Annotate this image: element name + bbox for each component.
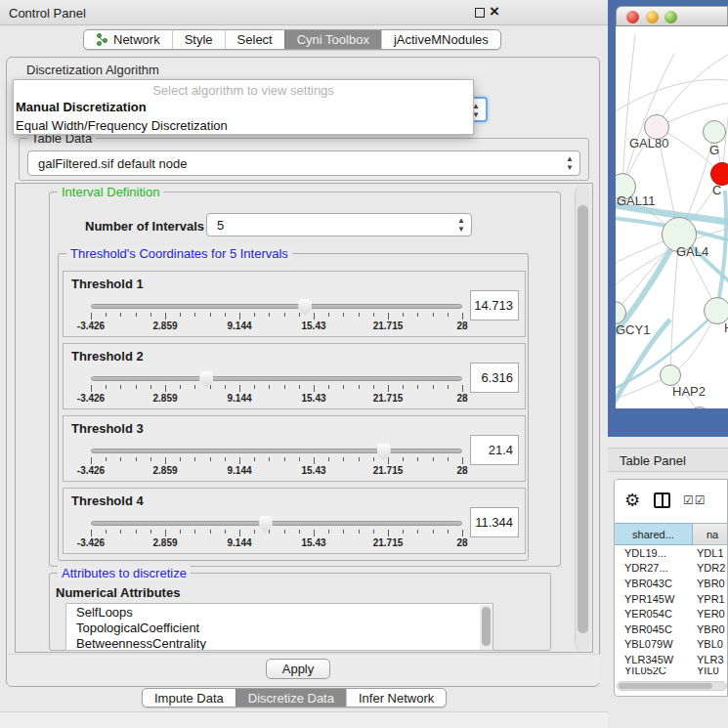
number-of-intervals-value: 5 — [217, 218, 224, 233]
table-row[interactable]: YER054CYER0 — [615, 606, 728, 621]
tab-label: Infer Network — [359, 691, 434, 706]
thresholds-group: Threshold's Coordinates for 5 Intervals … — [58, 253, 529, 561]
tab-cyni-toolbox[interactable]: Cyni Toolbox — [284, 30, 381, 49]
tab-label: Cyni Toolbox — [297, 32, 369, 47]
table-column-header[interactable]: shared... — [615, 523, 693, 545]
slider-ticks — [91, 530, 462, 536]
numerical-attributes-list[interactable]: SelfLoopsTopologicalCoefficientBetweenne… — [65, 603, 493, 651]
table-row[interactable]: YBL079WYBL0 — [615, 637, 728, 653]
panel-title: Control Panel — [9, 6, 86, 21]
table-cell: YBR043C — [615, 576, 693, 591]
table-cell: YDR2 — [693, 561, 728, 577]
table-cell: YER054C — [615, 606, 693, 621]
select-columns-icon[interactable]: ☑☑ — [683, 493, 707, 507]
tab-network[interactable]: Network — [84, 30, 172, 49]
attribute-list-item[interactable]: TopologicalCoefficient — [66, 620, 492, 635]
network-icon — [96, 33, 108, 46]
table-cell: YLR345W — [615, 652, 693, 667]
numerical-attributes-label: Numerical Attributes — [56, 585, 180, 600]
table-cell: YPR145W — [615, 591, 693, 607]
threshold-box: Threshold 1-3.4262.8599.14415.4321.71528… — [63, 271, 526, 337]
table-cell: YDR27... — [615, 561, 693, 577]
tab-impute-data[interactable]: Impute Data — [143, 689, 236, 707]
tab-infer-network[interactable]: Infer Network — [346, 689, 446, 707]
node-label: GCY1 — [616, 322, 650, 337]
thresholds-group-title: Threshold's Coordinates for 5 Intervals — [66, 246, 292, 261]
tab-jactivemnodules[interactable]: jActiveMNodules — [381, 30, 500, 49]
number-of-intervals-combobox[interactable]: 5 ▲▼ — [206, 213, 472, 236]
tab-label: Network — [113, 32, 160, 47]
settings-scrollbar[interactable] — [575, 186, 589, 651]
threshold-slider[interactable] — [91, 304, 462, 309]
tab-label: Discretize Data — [248, 691, 334, 706]
algorithm-option[interactable]: Manual Discretization — [14, 98, 473, 116]
table-row[interactable]: YBR045CYBR0 — [615, 621, 728, 637]
threshold-slider[interactable] — [91, 449, 462, 453]
table-row[interactable]: YLR345WYLR3 — [615, 652, 728, 667]
network-window-titlebar — [616, 6, 728, 26]
float-window-icon[interactable] — [475, 8, 485, 18]
threshold-slider[interactable] — [91, 376, 462, 381]
network-node-hap2[interactable] — [660, 364, 681, 386]
table-row[interactable]: YDR27...YDR2 — [615, 561, 728, 577]
network-node-g[interactable] — [703, 120, 726, 144]
algorithm-dropdown-popup: Select algorithm to view settings Manual… — [13, 79, 474, 135]
table-data-combobox[interactable]: galFiltered.sif default node ▲▼ — [27, 150, 580, 176]
attribute-list-item[interactable]: SelfLoops — [66, 604, 492, 620]
table-cell: YDL1 — [693, 545, 728, 561]
node-label: G — [709, 143, 719, 157]
table-row[interactable]: YPR145WYPR1 — [615, 591, 728, 607]
tab-discretize-data[interactable]: Discretize Data — [236, 689, 346, 707]
algorithm-group-title: Discretization Algorithm — [22, 63, 163, 77]
table-row[interactable]: YBR043CYBR0 — [615, 576, 728, 591]
control-panel: Control Panel × NetworkStyleSelectCyni T… — [0, 0, 608, 728]
tab-label: Select — [237, 32, 273, 47]
slider-tick-labels: -3.4262.8599.14415.4321.71528 — [91, 465, 462, 477]
threshold-label: Threshold 2 — [71, 349, 144, 364]
table-horizontal-scrollbar[interactable] — [617, 681, 727, 691]
table-row[interactable]: YIL052CYIL0 — [615, 667, 728, 674]
tab-select[interactable]: Select — [225, 30, 284, 49]
attribute-list-item[interactable]: BetweennessCentrality — [66, 635, 492, 651]
tab-label: Style — [185, 32, 213, 47]
algorithm-option[interactable]: Equal Width/Frequency Discretization — [14, 116, 473, 135]
tab-label: Impute Data — [154, 691, 224, 706]
zoom-traffic-light-icon[interactable] — [664, 11, 677, 23]
tab-style[interactable]: Style — [172, 30, 225, 49]
table-row[interactable]: YDL19...YDL1 — [615, 545, 728, 561]
settings-scrollbar-thumb[interactable] — [578, 205, 588, 633]
table-cell: YPR1 — [693, 591, 728, 607]
close-icon[interactable]: × — [490, 2, 499, 21]
threshold-value-field[interactable]: 11.344 — [470, 507, 519, 537]
table-cell: YBR045C — [615, 621, 693, 637]
interval-group-title: Interval Definition — [58, 185, 163, 199]
apply-row: Apply — [8, 654, 600, 683]
table-horizontal-scrollbar-thumb[interactable] — [619, 683, 712, 689]
attributes-scrollbar[interactable] — [480, 605, 492, 651]
threshold-value-field[interactable]: 14.713 — [470, 290, 519, 321]
attributes-group: Attributes to discretize Numerical Attri… — [49, 573, 551, 651]
threshold-value-field[interactable]: 21.4 — [470, 435, 519, 465]
cyni-toolbox-panel: Discretization Algorithm ▲▼ Select algor… — [6, 57, 600, 687]
threshold-slider[interactable] — [91, 521, 462, 526]
apply-button[interactable]: Apply — [266, 659, 330, 679]
settings-scrollpane: Interval Definition Number of Intervals … — [15, 183, 593, 653]
table-panel-title: Table Panel — [620, 453, 686, 468]
network-canvas[interactable]: GAL80GCGAL11GAL4GCY1HHAP2 — [616, 26, 728, 408]
attributes-scrollbar-thumb[interactable] — [482, 607, 491, 646]
gear-icon[interactable]: ⚙ — [624, 490, 640, 511]
table-panel-titlebar: Table Panel — [608, 448, 728, 472]
combo-arrows-icon: ▲▼ — [566, 154, 574, 172]
node-label: GAL11 — [617, 193, 656, 208]
slider-ticks — [91, 313, 462, 320]
table-cell: YLR3 — [693, 652, 728, 667]
number-of-intervals-label: Number of Intervals — [85, 219, 204, 234]
threshold-value-field[interactable]: 6.316 — [470, 363, 519, 393]
close-traffic-light-icon[interactable] — [626, 11, 639, 23]
table-column-header[interactable]: na — [693, 523, 728, 545]
minimize-traffic-light-icon[interactable] — [646, 11, 659, 23]
tab-label: jActiveMNodules — [394, 32, 489, 47]
column-layout-icon[interactable] — [654, 492, 670, 508]
table-cell: YIL052C — [615, 667, 693, 674]
network-window-frame: GAL80GCGAL11GAL4GCY1HHAP2 — [608, 0, 728, 437]
